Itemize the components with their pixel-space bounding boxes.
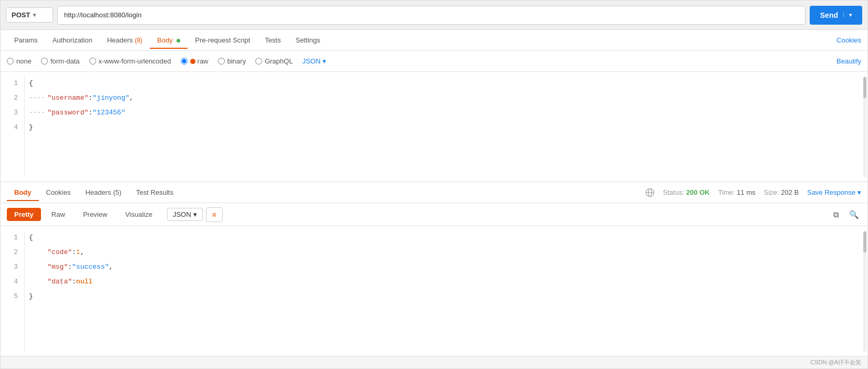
- tab-params[interactable]: Params: [7, 32, 45, 48]
- request-line-numbers: 1 2 3 4: [1, 76, 24, 177]
- format-tab-raw[interactable]: Raw: [44, 208, 73, 221]
- search-button[interactable]: 🔍: [846, 207, 861, 222]
- json-chevron: ▾: [323, 57, 326, 65]
- body-type-row: none form-data x-www-form-urlencoded raw…: [1, 51, 867, 72]
- tab-body[interactable]: Body: [150, 32, 188, 48]
- response-code-content: { "code" : 1 , "msg" : "success" ,: [24, 230, 867, 352]
- send-label: Send: [820, 11, 838, 19]
- request-code-editor[interactable]: 1 2 3 4 { ···· "username" : "jinyong" , …: [1, 72, 867, 182]
- response-tab-body[interactable]: Body: [7, 184, 39, 201]
- tab-authorization[interactable]: Authorization: [45, 32, 100, 48]
- response-line-numbers: 1 2 3 4 5: [1, 230, 24, 352]
- response-format-dropdown[interactable]: JSON ▾: [167, 208, 203, 221]
- url-bar: POST ▾ Send ▾: [1, 1, 867, 30]
- response-section: Body Cookies Headers (5) Test Results St…: [1, 182, 867, 356]
- radio-x-www-form-urlencoded[interactable]: x-www-form-urlencoded: [89, 57, 171, 65]
- response-tabs-bar: Body Cookies Headers (5) Test Results St…: [1, 182, 867, 203]
- tab-headers[interactable]: Headers (8): [100, 32, 150, 48]
- size-value: 202 B: [781, 188, 799, 196]
- search-icon: 🔍: [849, 210, 859, 219]
- format-tab-visualize[interactable]: Visualize: [118, 208, 160, 221]
- radio-form-data[interactable]: form-data: [41, 57, 80, 65]
- time-label: Time: 11 ms: [718, 188, 756, 196]
- footer-text: CSDN @A仔不会笑: [810, 359, 861, 366]
- tab-tests[interactable]: Tests: [257, 32, 288, 48]
- response-tab-headers[interactable]: Headers (5): [78, 184, 129, 201]
- response-meta: Status: 200 OK Time: 11 ms Size: 202 B S…: [645, 188, 861, 197]
- format-tab-pretty[interactable]: Pretty: [7, 208, 41, 221]
- method-selector[interactable]: POST ▾: [6, 7, 53, 23]
- body-active-dot: [177, 39, 180, 43]
- wrap-icon: ≡: [212, 210, 216, 219]
- method-label: POST: [12, 11, 30, 19]
- cookies-button[interactable]: Cookies: [836, 36, 861, 44]
- status-value: 200 OK: [686, 188, 710, 196]
- radio-raw[interactable]: raw: [181, 57, 209, 65]
- response-tab-test-results[interactable]: Test Results: [129, 184, 181, 201]
- request-editor: 1 2 3 4 { ···· "username" : "jinyong" , …: [1, 72, 867, 182]
- send-chevron: ▾: [843, 12, 852, 18]
- wrap-button[interactable]: ≡: [206, 207, 223, 222]
- radio-none[interactable]: none: [7, 57, 32, 65]
- response-tab-cookies[interactable]: Cookies: [39, 184, 78, 201]
- response-scrollbar[interactable]: [863, 230, 866, 352]
- save-response-chevron: ▾: [857, 188, 861, 196]
- raw-dot: [190, 59, 195, 64]
- request-code-content: { ···· "username" : "jinyong" , ···· "pa…: [24, 76, 867, 177]
- save-response-button[interactable]: Save Response ▾: [807, 188, 861, 196]
- copy-icon: ⧉: [833, 210, 839, 219]
- request-scrollbar-thumb: [863, 77, 866, 98]
- radio-graphql[interactable]: GraphQL: [255, 57, 293, 65]
- request-tabs: Params Authorization Headers (8) Body Pr…: [1, 30, 867, 51]
- request-scrollbar[interactable]: [863, 76, 866, 177]
- response-editor: 1 2 3 4 5 { "code" : 1 ,: [1, 226, 867, 356]
- copy-button[interactable]: ⧉: [829, 207, 843, 222]
- footer: CSDN @A仔不会笑: [1, 356, 867, 368]
- globe-icon: [645, 188, 655, 197]
- size-label: Size: 202 B: [764, 188, 799, 196]
- tab-pre-request[interactable]: Pre-request Script: [188, 32, 257, 48]
- url-input[interactable]: [57, 6, 805, 25]
- json-dropdown[interactable]: JSON ▾: [302, 57, 326, 65]
- response-scrollbar-thumb: [863, 231, 866, 252]
- status-label: Status: 200 OK: [663, 188, 710, 196]
- response-code-editor[interactable]: 1 2 3 4 5 { "code" : 1 ,: [1, 226, 867, 356]
- send-button[interactable]: Send ▾: [810, 6, 862, 25]
- radio-binary[interactable]: binary: [218, 57, 246, 65]
- app-container: POST ▾ Send ▾ Params Authorization Heade…: [0, 0, 868, 369]
- format-dropdown-chevron: ▾: [193, 210, 197, 218]
- response-toolbar: Pretty Raw Preview Visualize JSON ▾ ≡ ⧉ …: [1, 203, 867, 226]
- beautify-button[interactable]: Beautify: [836, 57, 861, 65]
- format-tab-preview[interactable]: Preview: [76, 208, 115, 221]
- method-chevron: ▾: [33, 12, 36, 18]
- time-value: 11 ms: [737, 188, 755, 196]
- tab-settings[interactable]: Settings: [288, 32, 327, 48]
